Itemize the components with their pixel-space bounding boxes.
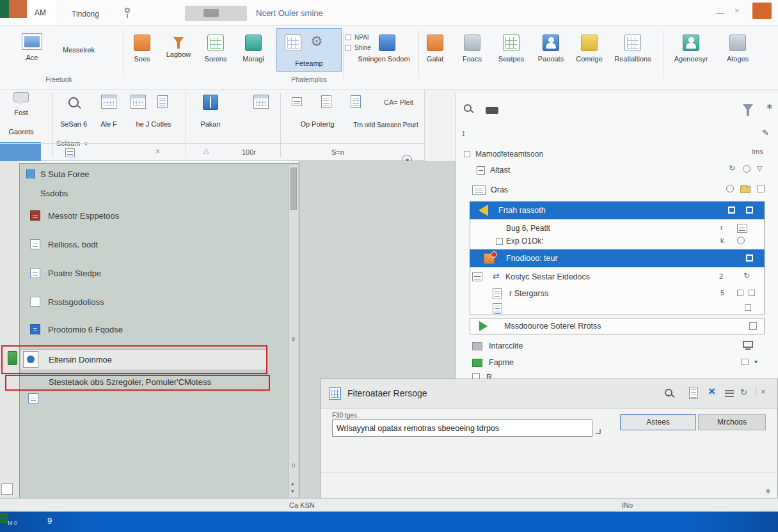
- sort-az-icon[interactable]: [65, 148, 75, 157]
- scrollbar-thumb[interactable]: [290, 168, 297, 210]
- search-icon[interactable]: [464, 104, 472, 112]
- document-icon[interactable]: [689, 387, 698, 399]
- taskbar[interactable]: M 0 9: [0, 512, 778, 532]
- left-edge-strip: [0, 161, 19, 499]
- scroll-up-arrow[interactable]: ▴: [291, 481, 294, 487]
- status-circle-icon[interactable]: [726, 185, 734, 192]
- ribbon-button-comrige[interactable]: Comrige: [571, 35, 608, 63]
- scroll-mark: 9: [292, 336, 295, 342]
- list-item[interactable]: Mssdoouroe Soterel Rrotss: [470, 318, 765, 334]
- close-blue-icon[interactable]: ×: [708, 385, 715, 397]
- folder-pane-scrollbar[interactable]: 9 0 ▴ ▾: [289, 165, 298, 497]
- search-icon[interactable]: [665, 389, 672, 396]
- list-item[interactable]: r Stergarss 5: [470, 286, 765, 301]
- list-item-selected[interactable]: Frtah rassoth: [470, 201, 765, 219]
- triangle-icon[interactable]: △: [203, 147, 209, 154]
- white-square-icon[interactable]: [746, 207, 753, 214]
- tiny-box-icon[interactable]: [745, 304, 751, 311]
- dialog-input[interactable]: [332, 419, 592, 437]
- grid-small-icon[interactable]: [749, 322, 757, 330]
- circle-icon[interactable]: [743, 165, 750, 173]
- ribbon-button-soes[interactable]: Soes: [125, 35, 159, 63]
- white-square-icon[interactable]: [728, 207, 735, 214]
- yellow-arrow-icon: [479, 205, 488, 216]
- menu-icon[interactable]: [725, 390, 734, 397]
- dialog-header[interactable]: Fiteroataer Rersoge × ↻ ×: [321, 379, 777, 409]
- tiny-box-icon[interactable]: [749, 290, 755, 296]
- list-item[interactable]: Altast ↻ ▽: [456, 162, 778, 178]
- refresh-icon[interactable]: ↻: [740, 388, 747, 396]
- close-icon[interactable]: ×: [734, 6, 740, 15]
- tiny-box-icon[interactable]: [737, 290, 743, 296]
- list-item[interactable]: ⇄ Kostyc Sestar Eidedocs 2 ↻: [470, 269, 765, 285]
- ribbon2-button-sesan[interactable]: SeSan 6 Soloam ▾: [55, 95, 92, 113]
- edit-icon[interactable]: ✎: [762, 129, 769, 137]
- collapse-box-icon[interactable]: [477, 166, 485, 175]
- monitor-icon[interactable]: [743, 341, 753, 348]
- ribbon-button-sorens[interactable]: Sorens: [197, 35, 234, 63]
- ribbon-button-galat[interactable]: Galat: [420, 35, 450, 63]
- ribbon-button-agenoesyr[interactable]: Agenoesyr: [667, 35, 715, 63]
- delete-icon[interactable]: ×: [155, 148, 160, 155]
- scroll-down-arrow[interactable]: ▾: [291, 489, 294, 494]
- pin-icon[interactable]: [125, 8, 130, 13]
- minimize-icon[interactable]: [717, 13, 724, 14]
- ribbon-button-foacs[interactable]: Foacs: [456, 35, 489, 63]
- folder-icon[interactable]: [740, 186, 750, 193]
- refresh-icon[interactable]: ↻: [743, 272, 750, 279]
- ribbon2-button-pakan[interactable]: Pakan: [189, 95, 232, 110]
- list-item[interactable]: Bug 6, Peatlt r: [470, 222, 765, 235]
- dialog-primary-button[interactable]: Astees: [620, 414, 696, 430]
- ribbon-button-smingen[interactable]: Smingen Sodom: [352, 35, 416, 63]
- ribbon-button-lagbow[interactable]: Lagbow: [160, 35, 197, 58]
- list-item[interactable]: [470, 302, 765, 315]
- ribbon-button-seatpes[interactable]: Seatpes: [493, 35, 530, 63]
- selected-view-block[interactable]: [0, 142, 41, 161]
- sort-icon[interactable]: ↕: [461, 129, 466, 137]
- filter-small-icon[interactable]: ▽: [757, 165, 762, 172]
- ribbon2-left-button[interactable]: Fost Gaorets: [0, 92, 42, 102]
- list-item[interactable]: Fapme ▾: [456, 355, 778, 370]
- ribbon-button-feteamp-active[interactable]: ⚙ Feteamp: [276, 28, 342, 72]
- ribbon-button-maragi[interactable]: Maragi: [234, 35, 273, 63]
- ribbon-button-ace[interactable]: Ace: [14, 33, 50, 61]
- quick-search-box[interactable]: [185, 6, 247, 21]
- close-icon[interactable]: ×: [756, 387, 766, 396]
- ribbon2-button-alef[interactable]: Ale F: [95, 95, 123, 109]
- ribbon2-button-calendar2[interactable]: [248, 95, 274, 109]
- folder-pane-header[interactable]: S Suta Foree: [20, 166, 299, 182]
- star-icon[interactable]: ∗: [765, 487, 772, 495]
- circle-icon[interactable]: [737, 237, 745, 244]
- ribbon-button-paooats[interactable]: Paooats: [532, 35, 569, 63]
- folder-item[interactable]: Messotr Esppetoos: [20, 207, 299, 224]
- list-item[interactable]: Intarcclite: [456, 338, 778, 354]
- account-avatar[interactable]: [752, 3, 772, 19]
- group-header-row[interactable]: Mamodfeteamtsoon: [456, 147, 778, 161]
- chevron-down-icon[interactable]: ▾: [754, 359, 758, 365]
- resize-bracket-icon[interactable]: [596, 429, 601, 434]
- tiny-box-icon[interactable]: [741, 359, 749, 365]
- dialog-grid-icon: [329, 387, 341, 400]
- filter-funnel-icon[interactable]: [743, 104, 753, 111]
- folder-item[interactable]: Ssdobs: [20, 185, 299, 201]
- list-item[interactable]: Exp O1Ok: k: [470, 235, 765, 247]
- panel-corner-icon[interactable]: [1, 483, 13, 495]
- ribbon-separator: [280, 93, 281, 157]
- folder-item[interactable]: Rsstsgodolioss: [20, 293, 299, 310]
- maragi-icon: [245, 35, 262, 51]
- folder-item[interactable]: Prootomio 6 Fqodse: [20, 321, 299, 338]
- white-square-icon[interactable]: [746, 254, 753, 262]
- folder-item[interactable]: Poatre Stedpe: [20, 265, 299, 281]
- refresh-icon[interactable]: ↻: [729, 164, 735, 172]
- list-small-icon[interactable]: [737, 224, 747, 233]
- sparkle-icon[interactable]: ∗: [766, 102, 774, 111]
- list-item-selected[interactable]: Fnodiooo: teur: [470, 249, 765, 267]
- ribbon-button-reatialtions[interactable]: Reatialtions: [608, 35, 658, 63]
- grid-small-icon[interactable]: [757, 185, 765, 192]
- folder-item[interactable]: Rellioss, bodt: [20, 236, 299, 253]
- dialog: Fiteroataer Rersoge × ↻ × F30 tges. Aste…: [320, 379, 778, 499]
- dialog-secondary-button[interactable]: Mrchoos: [698, 414, 766, 430]
- list-item[interactable]: Oras: [456, 181, 778, 199]
- app-name: Tindong: [72, 10, 99, 19]
- ribbon-button-atoges[interactable]: Atoges: [718, 35, 758, 63]
